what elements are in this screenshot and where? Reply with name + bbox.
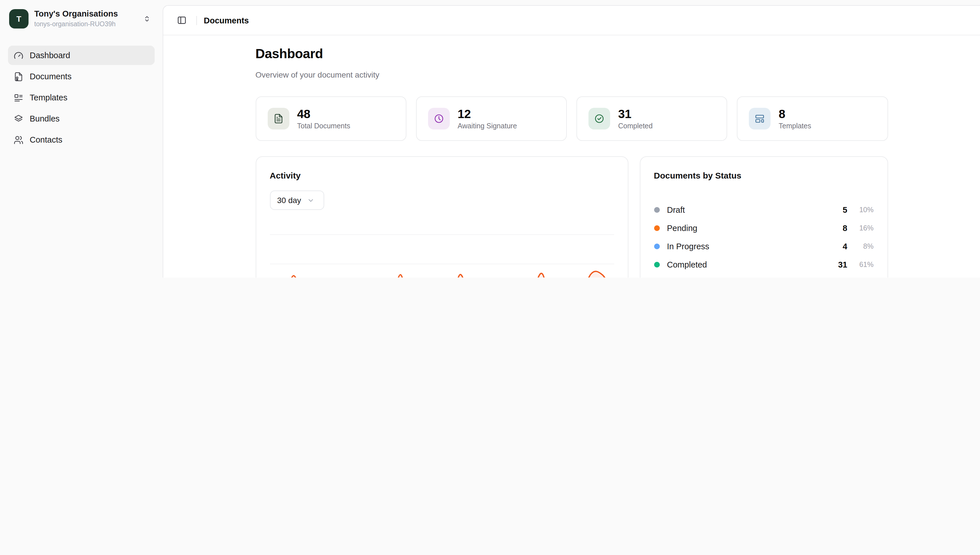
status-percent: 61%: [847, 261, 874, 269]
org-switcher[interactable]: T Tony's Organisations tonys-organisatio…: [8, 8, 155, 30]
org-slug: tonys-organisation-RUO39h: [34, 21, 118, 29]
status-row-completed: Completed3161%: [654, 255, 874, 274]
stat-label: Awaiting Signature: [458, 122, 517, 130]
sidebar-item-label: Bundles: [30, 114, 59, 123]
stat-value: 48: [297, 107, 350, 120]
sidebar-item-templates[interactable]: Templates: [8, 88, 155, 107]
status-percent: 10%: [847, 206, 874, 214]
status-row-declined: Declined24%: [654, 274, 874, 278]
status-dot: [654, 262, 660, 268]
panel-left-icon: [177, 15, 186, 25]
stat-card-templates: 8Templates: [737, 96, 888, 141]
file-text-icon: [267, 108, 289, 130]
status-count: 4: [815, 242, 847, 251]
status-dot: [654, 244, 660, 249]
org-avatar: T: [9, 9, 29, 29]
clock-icon: [428, 108, 450, 130]
activity-chart: Feb 11Feb 13Feb 15Feb 17Feb 19Feb 21Feb …: [270, 215, 614, 278]
sidebar-item-dashboard[interactable]: Dashboard: [8, 46, 155, 65]
gauge-icon: [14, 50, 23, 60]
stat-value: 12: [458, 107, 517, 120]
series-orange-line: [270, 271, 614, 278]
documents-by-status-card: Documents by Status Draft510%Pending816%…: [639, 156, 888, 278]
status-row-in-progress: In Progress48%: [654, 237, 874, 255]
layout-template-icon: [14, 93, 23, 103]
status-count: 31: [815, 260, 847, 269]
header-divider: [196, 16, 197, 25]
stat-card-total-documents: 48Total Documents: [255, 96, 406, 141]
status-label: In Progress: [667, 242, 815, 251]
status-percent: 16%: [847, 224, 874, 232]
sidebar-item-bundles[interactable]: Bundles: [8, 109, 155, 128]
sidebar-toggle-button[interactable]: [174, 12, 190, 28]
stat-label: Templates: [779, 122, 811, 130]
stat-card-completed: 31Completed: [577, 96, 728, 141]
status-count: 5: [815, 205, 847, 215]
status-dot: [654, 207, 660, 213]
status-label: Draft: [667, 205, 815, 215]
app: T Tony's Organisations tonys-organisatio…: [0, 0, 980, 278]
page-title: Dashboard: [255, 46, 888, 62]
activity-title: Activity: [270, 170, 614, 181]
sidebar-item-label: Dashboard: [30, 51, 70, 60]
status-label: Pending: [667, 224, 815, 233]
stat-card-awaiting-signature: 12Awaiting Signature: [416, 96, 567, 141]
layout-panels-icon: [749, 108, 771, 130]
sidebar: T Tony's Organisations tonys-organisatio…: [0, 0, 163, 278]
status-row-pending: Pending816%: [654, 219, 874, 237]
activity-card: Activity 30 day Feb 11Feb 13Feb 15Feb 17…: [255, 156, 628, 278]
status-label: Completed: [667, 260, 815, 269]
sidebar-nav: DashboardDocumentsTemplatesBundlesContac…: [8, 46, 155, 149]
stat-value: 31: [618, 107, 653, 120]
status-count: 8: [815, 224, 847, 233]
status-dot: [654, 225, 660, 231]
main-panel: Documents Dashboard Overview of your doc…: [163, 5, 980, 278]
layers-icon: [14, 114, 23, 124]
dashboard-content: Dashboard Overview of your document acti…: [255, 35, 888, 278]
status-rows: Draft510%Pending816%In Progress48%Comple…: [654, 201, 874, 278]
series-orange-area: [270, 271, 614, 278]
org-initial: T: [16, 14, 21, 23]
sidebar-item-label: Templates: [30, 93, 67, 102]
sidebar-item-label: Contacts: [30, 135, 62, 144]
topbar: Documents: [163, 6, 980, 35]
sidebar-item-contacts[interactable]: Contacts: [8, 130, 155, 149]
chevron-down-icon: [307, 197, 314, 204]
range-label: 30 day: [277, 196, 301, 205]
file-badge-icon: [14, 72, 23, 81]
status-percent: 8%: [847, 242, 874, 250]
status-row-draft: Draft510%: [654, 201, 874, 219]
range-select[interactable]: 30 day: [270, 191, 324, 210]
users-icon: [14, 135, 23, 144]
stat-value: 8: [779, 107, 811, 120]
chevrons-up-down-icon: [143, 14, 151, 23]
stat-label: Completed: [618, 122, 653, 130]
org-name: Tony's Organisations: [34, 10, 118, 19]
stat-cards: 48Total Documents12Awaiting Signature31C…: [255, 96, 888, 141]
circle-check-icon: [588, 108, 610, 130]
stat-label: Total Documents: [297, 122, 350, 130]
breadcrumb: Documents: [204, 16, 249, 25]
sidebar-item-documents[interactable]: Documents: [8, 67, 155, 86]
sidebar-item-label: Documents: [30, 72, 72, 81]
status-panel-title: Documents by Status: [654, 170, 874, 181]
area-chart: [270, 215, 614, 278]
page-subtitle: Overview of your document activity: [255, 70, 888, 80]
